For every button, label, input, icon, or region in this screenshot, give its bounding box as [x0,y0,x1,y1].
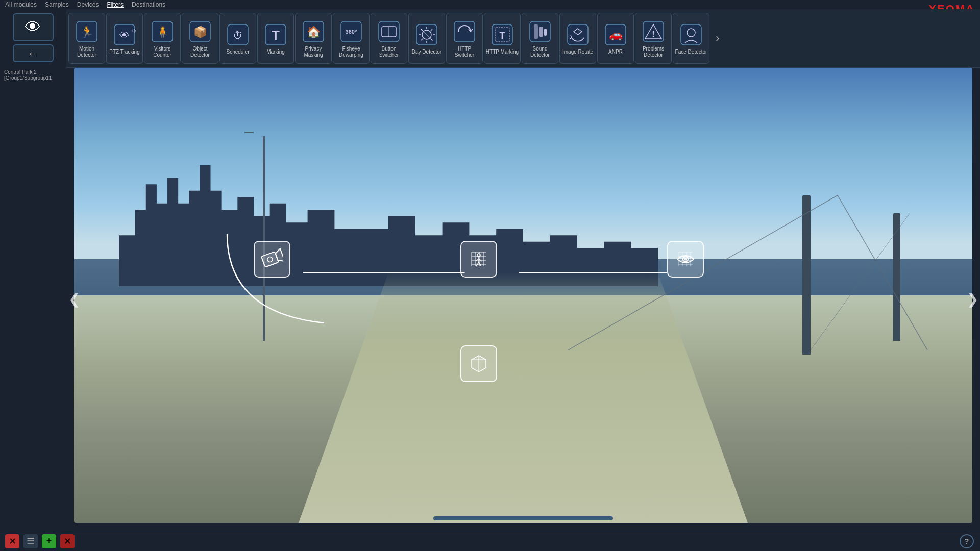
object-detector-label: Object Detector [183,46,217,58]
right-arrow-icon: ❯ [967,291,978,308]
tool-day-detector[interactable]: Day Detector [408,13,445,64]
anpr-label: ANPR [608,49,623,55]
scheduler-label: Scheduler [226,49,249,55]
svg-text:🧍: 🧍 [156,25,170,39]
image-rotate-label: Image Rotate [562,49,593,55]
sound-detector-icon [528,18,552,45]
bottom-bar: ✕ ☰ + ✕ ? [0,531,980,551]
back-button[interactable]: ← [13,44,54,62]
group-path: [Group1/Subgroup11 [4,75,62,81]
left-sidebar: 👁 ← Central Park 2 [Group1/Subgroup11 [0,9,66,531]
motion-pipeline-node[interactable] [460,241,497,278]
svg-text:T: T [272,28,280,43]
svg-text:T: T [500,31,505,41]
arrow-right-icon: › [716,32,719,45]
nav-left-arrow[interactable]: ❮ [66,284,82,315]
top-nav: All modules Samples Devices Filters Dest… [0,0,980,9]
group-info: Central Park 2 [Group1/Subgroup11 [0,69,66,81]
main-content: ❮ [66,68,980,531]
svg-point-81 [684,258,687,260]
tool-problems-detector[interactable]: ! Problems Detector [635,13,672,64]
http-marking-label: HTTP Marking [486,49,519,55]
tool-privacy-masking[interactable]: 🏠 Privacy Masking [295,13,332,64]
help-icon: ? [965,537,969,545]
http-marking-icon: T [490,21,514,48]
sound-detector-label: Sound Detector [523,46,557,58]
tool-fisheye[interactable]: 360° Fisheye Dewarping [333,13,370,64]
tool-anpr[interactable]: 🚗 ANPR [597,13,634,64]
add-button[interactable]: + [42,534,56,548]
image-rotate-icon [566,21,590,48]
eye-button[interactable]: 👁 [13,13,54,41]
toolbar-arrow-right[interactable]: › [710,13,725,64]
tool-marking[interactable]: T Marking [257,13,294,64]
tool-http-marking[interactable]: T HTTP Marking [484,13,521,64]
button-switcher-icon [377,18,401,45]
add-icon: + [46,536,52,546]
svg-rect-36 [534,24,538,39]
close-button[interactable]: ✕ [60,534,75,548]
nav-filters[interactable]: Filters [107,1,124,8]
svg-text:🚗: 🚗 [609,28,623,41]
scroll-indicator[interactable] [433,516,613,520]
nav-devices[interactable]: Devices [77,1,99,8]
svg-text:360°: 360° [346,29,357,35]
list-icon: ☰ [27,536,35,547]
svg-text:👁: 👁 [119,30,130,41]
fisheye-label: Fisheye Dewarping [334,46,368,58]
day-detector-label: Day Detector [412,49,442,55]
nav-all-modules[interactable]: All modules [5,1,37,8]
tool-ptz-tracking[interactable]: 👁 +N PTZ Tracking [106,13,143,64]
tool-image-rotate[interactable]: Image Rotate [559,13,596,64]
lamp-pole [263,136,265,341]
eye-pipeline-node[interactable] [667,241,704,278]
close-icon: ✕ [64,536,71,547]
remove-icon: ✕ [9,536,16,547]
marking-icon: T [263,21,288,48]
fisheye-icon: 360° [339,18,363,45]
http-switcher-icon [452,18,477,45]
ptz-tracking-label: PTZ Tracking [109,49,139,55]
svg-text:📦: 📦 [193,25,208,39]
tool-button-switcher[interactable]: Button Switcher [371,13,407,64]
scheduler-icon: ⏱ [226,21,250,48]
privacy-masking-label: Privacy Masking [297,46,330,58]
tool-sound-detector[interactable]: Sound Detector [522,13,558,64]
svg-rect-45 [681,24,701,45]
group-name: Central Park 2 [4,69,62,75]
tool-http-switcher[interactable]: HTTP Switcher [446,13,483,64]
motion-detector-icon: 🏃 [75,18,99,45]
object-pipeline-node[interactable] [460,345,497,382]
button-switcher-label: Button Switcher [372,46,406,58]
camera-view [74,68,972,523]
http-switcher-label: HTTP Switcher [448,46,481,58]
svg-rect-37 [539,27,543,37]
svg-text:🏠: 🏠 [307,25,321,39]
nav-samples[interactable]: Samples [45,1,69,8]
svg-text:+N: +N [131,28,136,34]
list-button[interactable]: ☰ [23,534,38,548]
camera-pipeline-node[interactable] [254,241,290,278]
tool-object-detector[interactable]: 📦 Object Detector [182,13,218,64]
svg-rect-38 [544,29,547,36]
tool-scheduler[interactable]: ⏱ Scheduler [219,13,256,64]
problems-detector-label: Problems Detector [636,46,670,58]
marking-label: Marking [266,49,285,55]
anpr-icon: 🚗 [603,21,628,48]
svg-text:🏃: 🏃 [80,25,94,39]
help-button[interactable]: ? [960,534,974,548]
svg-rect-31 [454,21,475,42]
day-detector-icon [414,21,439,48]
visitors-counter-icon: 🧍 [150,18,175,45]
nav-destinations[interactable]: Destinations [132,1,165,8]
toolbar: 🏃 Motion Detector 👁 +N PTZ Tracking 🧍 Vi… [66,9,980,68]
remove-button[interactable]: ✕ [5,534,19,548]
tool-face-detector[interactable]: Face Detector [673,13,709,64]
tool-motion-detector[interactable]: 🏃 Motion Detector [68,13,105,64]
lamp-arm [244,132,254,133]
nav-right-arrow[interactable]: ❯ [965,284,980,315]
svg-text:⏱: ⏱ [233,30,243,41]
tool-visitors-counter[interactable]: 🧍 Visitors Counter [144,13,181,64]
problems-detector-icon: ! [641,18,666,45]
face-detector-icon [679,21,703,48]
